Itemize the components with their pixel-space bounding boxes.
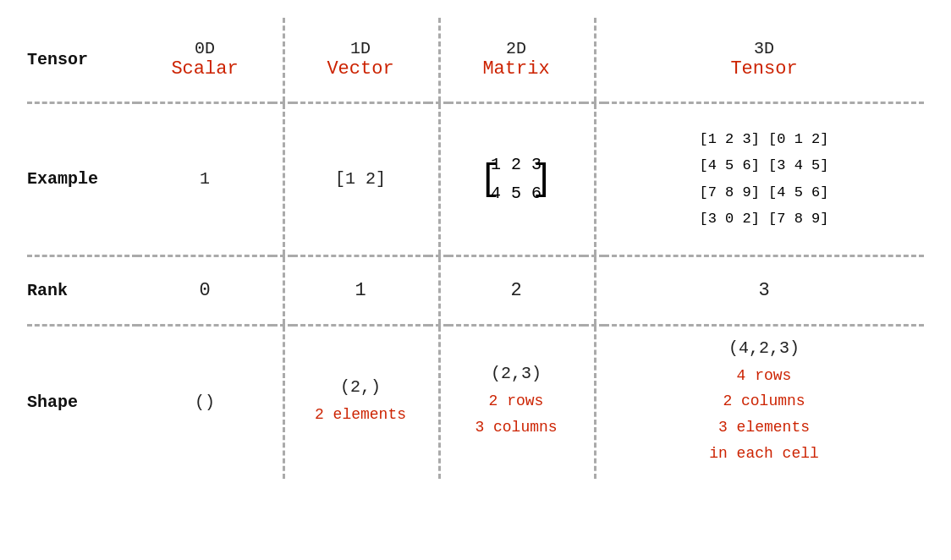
shape-label: Shape (27, 327, 137, 479)
matrix-row-2: 4 5 6 (491, 179, 541, 208)
rank-1d: 1 (293, 257, 428, 325)
header-2d: 2D Matrix (448, 18, 584, 102)
shape-0d: () (137, 327, 272, 479)
header-3d: 3D Tensor (604, 18, 924, 102)
rank-label: Rank (27, 257, 137, 325)
shape-2d: (2,3) 2 rows 3 columns (448, 327, 584, 479)
shape-3d: (4,2,3) 4 rows 2 columns 3 elements in e… (604, 327, 924, 479)
header-0d: 0D Scalar (137, 18, 272, 102)
vdash-rank-2 (428, 257, 448, 325)
example-0d: 1 (137, 104, 272, 256)
example-label: Example (27, 104, 137, 256)
vdash-2 (428, 18, 448, 102)
matrix-row-1: 1 2 3 (491, 151, 541, 179)
vdash-shape-3 (584, 327, 604, 479)
vdash-ex-3 (584, 104, 604, 256)
vdash-ex-1 (272, 104, 293, 256)
tensor-row-4: [3 0 2] [7 8 9] (699, 206, 828, 232)
vdash-shape-1 (272, 327, 293, 479)
vdash-rank-3 (584, 257, 604, 325)
tensor-row-2: [4 5 6] [3 4 5] (699, 152, 828, 178)
tensor-row-3: [7 8 9] [4 5 6] (699, 179, 828, 206)
example-3d: [1 2 3] [0 1 2] [4 5 6] [3 4 5] [7 8 9] … (604, 104, 924, 256)
shape-1d: (2,) 2 elements (293, 327, 428, 479)
header-label: Tensor (27, 18, 137, 102)
main-table: Tensor 0D Scalar 1D Vector 2D Matrix (27, 18, 924, 542)
example-2d: 1 2 3 4 5 6 (448, 104, 584, 256)
example-1d: [1 2] (293, 104, 428, 256)
matrix-2d-display: 1 2 3 4 5 6 (482, 147, 550, 211)
rank-2d: 2 (448, 257, 584, 325)
vdash-3 (584, 18, 604, 102)
tensor-3d-display: [1 2 3] [0 1 2] [4 5 6] [3 4 5] [7 8 9] … (699, 126, 828, 233)
vdash-1 (272, 18, 293, 102)
header-1d: 1D Vector (293, 18, 428, 102)
rank-3d: 3 (604, 257, 924, 325)
vdash-rank-1 (272, 257, 293, 325)
vdash-ex-2 (428, 104, 448, 256)
tensor-row-1: [1 2 3] [0 1 2] (699, 126, 828, 152)
vdash-shape-2 (428, 327, 448, 479)
rank-0d: 0 (137, 257, 272, 325)
